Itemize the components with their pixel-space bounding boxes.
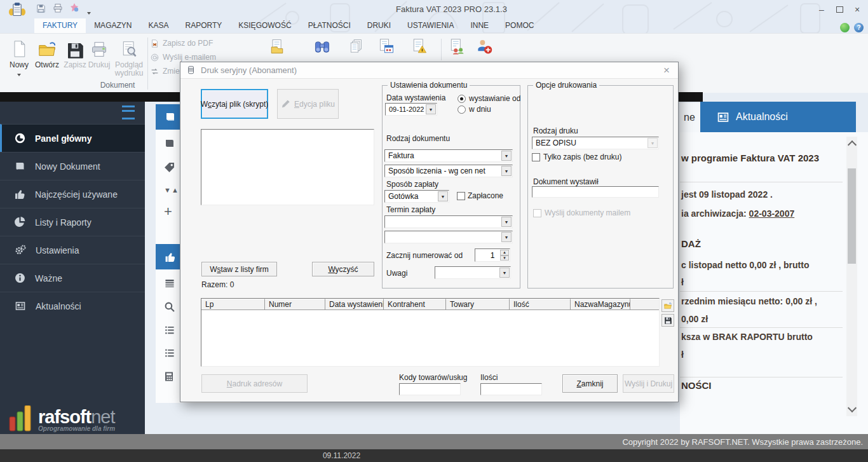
tab-pomoc[interactable]: POMOC [497, 18, 542, 33]
start-number-spinner[interactable]: 1 ▲▼ [475, 248, 510, 262]
scrollbar-thumb[interactable] [848, 168, 856, 264]
script-listbox[interactable] [201, 129, 374, 205]
sidebar-item-najczesciej-uzywane[interactable]: Najczęściej używane [0, 180, 145, 208]
print-preview-button[interactable]: Podgląd wydruku [112, 37, 146, 78]
insert-companies-button[interactable]: Wstaw z listy firm [201, 262, 277, 276]
document-contacts-tool[interactable] [447, 37, 466, 57]
tab-druki[interactable]: DRUKI [359, 18, 399, 33]
sidebar-item-listy-i-raporty[interactable]: Listy i Raporty [0, 208, 145, 236]
load-file-button[interactable]: Wczytaj plik (skrypt) [201, 89, 268, 119]
edit-file-button[interactable]: Edycja pliku [277, 89, 339, 119]
documents-folder-tool[interactable] [268, 37, 287, 57]
scroll-down-icon[interactable] [848, 404, 857, 412]
radio-wystawianie-od[interactable] [458, 95, 466, 103]
dialog-close-icon[interactable]: × [660, 64, 673, 77]
print-kind-combo[interactable]: BEZ OPISU▼ [532, 137, 659, 149]
clear-button[interactable]: Wyczyść [312, 262, 374, 276]
change-menu-item[interactable]: Zmień [151, 67, 184, 76]
sidebar-item-panel-glowny[interactable]: Panel główny [0, 124, 145, 152]
sidebar-item-ustawienia[interactable]: Ustawienia [0, 236, 145, 264]
dropdown-arrow-icon[interactable]: ▼ [501, 217, 512, 227]
quick-save-icon[interactable] [35, 3, 46, 14]
issuer-input[interactable] [532, 186, 659, 198]
news-scrollbar[interactable] [846, 137, 857, 416]
dialog-close-button[interactable]: Zamknij [562, 374, 618, 393]
search-icon[interactable] [164, 301, 175, 312]
list-icon[interactable] [164, 325, 175, 335]
column-header[interactable]: NazwaMagazynu [571, 299, 630, 310]
tab-ksiegowosc[interactable]: KSIĘGOWOŚĆ [230, 18, 299, 33]
open-button[interactable]: Otwórz [33, 37, 61, 69]
paid-checkbox[interactable] [457, 192, 465, 200]
tag-icon[interactable] [164, 162, 175, 173]
spinner-down-icon[interactable]: ▼ [500, 255, 509, 261]
save-pdf-menu-item[interactable]: Zapisz do PDF [151, 39, 213, 48]
quick-print-icon[interactable] [52, 3, 64, 14]
dropdown-arrow-icon[interactable]: ▼ [501, 151, 512, 161]
calculator-icon[interactable] [164, 371, 174, 382]
scroll-up-icon[interactable] [848, 140, 857, 149]
minimize-button[interactable]: – [813, 4, 830, 15]
dropdown-arrow-icon[interactable]: ▼ [501, 166, 512, 176]
save-list-button[interactable] [661, 314, 674, 327]
open-list-button[interactable] [661, 299, 674, 312]
quick-customize-icon[interactable] [69, 2, 80, 13]
sidebar-item-nowy-dokument[interactable]: Nowy Dokument [0, 152, 145, 180]
book-icon[interactable] [164, 139, 175, 149]
document-type-combo[interactable]: Faktura▼ [384, 149, 513, 162]
tab-platnosci[interactable]: PŁATNOŚCI [300, 18, 359, 33]
tab-inne[interactable]: INNE [462, 18, 497, 33]
dialog-title-bar[interactable]: Druk seryjny (Abonament) [180, 62, 678, 79]
plus-icon[interactable]: + [164, 207, 172, 216]
document-warning-tool[interactable] [410, 37, 429, 57]
column-header[interactable]: Ilość [510, 299, 571, 310]
only-save-checkbox[interactable] [532, 153, 540, 161]
tab-raporty[interactable]: RAPORTY [177, 18, 230, 33]
table-icon[interactable] [164, 278, 175, 288]
tab-kasa[interactable]: KASA [140, 18, 177, 33]
document-calendar-tool[interactable] [377, 37, 396, 57]
column-header[interactable]: Kontrahent [384, 299, 446, 310]
payment-term-combo[interactable]: ▼ [384, 215, 513, 228]
send-mail-checkbox[interactable] [533, 209, 541, 217]
sort-icon[interactable]: ▼▲ [164, 186, 179, 194]
notes-combo[interactable]: ▼ [435, 266, 511, 279]
tab-magazyn[interactable]: MAGAZYN [86, 18, 140, 33]
help-icon[interactable]: ? [854, 23, 864, 32]
close-button[interactable]: × [849, 4, 865, 15]
copy-documents-tool[interactable] [348, 37, 367, 57]
tab-faktury[interactable]: FAKTURY [34, 18, 86, 33]
spinner-up-icon[interactable]: ▲ [500, 250, 509, 255]
amounts-input[interactable] [480, 383, 542, 395]
column-header[interactable]: Data wystawienia [325, 299, 384, 310]
quickbar-caret-icon[interactable] [87, 6, 91, 17]
new-button[interactable]: Nowy [5, 37, 33, 78]
address-print-button[interactable]: Nadruk adresów [201, 374, 308, 393]
dropdown-arrow-icon[interactable]: ▼ [501, 232, 512, 242]
dropdown-arrow-icon[interactable]: ▼ [426, 104, 436, 114]
send-email-menu-item[interactable]: Wyślij e-mailem [151, 53, 216, 62]
codes-input[interactable] [399, 383, 461, 395]
menu-toggle-icon[interactable] [122, 105, 135, 119]
send-and-print-button[interactable]: Wyślij i Drukuj [623, 374, 674, 393]
print-button[interactable]: Drukuj [85, 37, 113, 69]
column-header[interactable]: Towary [446, 299, 510, 310]
issue-date-combo[interactable]: 09-11-2022▼ [385, 103, 437, 116]
tab-aktualnosci[interactable]: Aktualności [700, 102, 856, 132]
tab-ustawienia[interactable]: USTAWIENIA [399, 18, 462, 33]
sidebar-item-aktualnosci[interactable]: Aktualności [0, 292, 145, 320]
globe-icon[interactable] [840, 23, 850, 32]
archive-date-link[interactable]: 02-03-2007 [749, 208, 795, 219]
list-icon[interactable] [164, 348, 175, 358]
column-header[interactable]: Lp [201, 299, 265, 310]
radio-w-dniu[interactable] [458, 105, 466, 114]
column-header[interactable]: Numer [265, 299, 325, 310]
dropdown-arrow-icon[interactable]: ▼ [438, 191, 448, 201]
sidebar-item-wazne[interactable]: Ważne [0, 264, 145, 292]
column-header[interactable] [630, 299, 659, 310]
search-tool[interactable] [313, 37, 332, 57]
dropdown-arrow-icon[interactable]: ▼ [499, 268, 510, 278]
payment-method-combo[interactable]: Gotówka▼ [384, 190, 449, 203]
maximize-button[interactable] [831, 4, 848, 15]
calc-method-combo[interactable]: Sposób liczenia - wg cen net▼ [384, 165, 513, 177]
